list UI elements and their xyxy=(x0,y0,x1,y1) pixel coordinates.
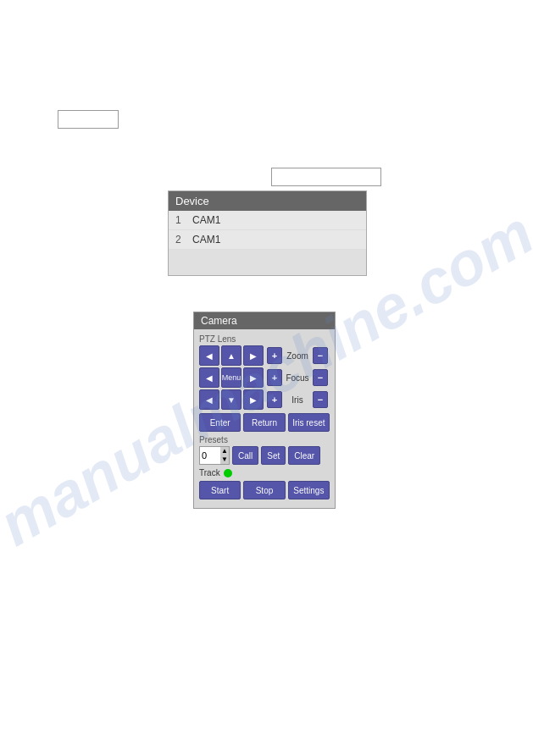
set-button[interactable]: Set xyxy=(261,446,286,465)
call-button[interactable]: Call xyxy=(232,446,258,465)
row-device-name: CAM1 xyxy=(192,214,220,226)
spinner-up-btn[interactable]: ▲ xyxy=(220,447,229,455)
return-button[interactable]: Return xyxy=(243,413,285,432)
presets-section: Presets ▲ ▼ Call Set Clear xyxy=(199,435,330,465)
ptz-btn-downright[interactable]: ▶ xyxy=(243,389,264,410)
ptz-btn-upleft[interactable]: ◀ xyxy=(199,345,219,366)
presets-row: ▲ ▼ Call Set Clear xyxy=(199,446,330,465)
zoom-row: + Zoom − xyxy=(267,345,328,366)
device-table-header: Device xyxy=(169,191,366,211)
ptz-btn-up[interactable]: ▲ xyxy=(221,345,242,366)
ptz-lens-label: PTZ Lens xyxy=(199,334,330,344)
enter-button[interactable]: Enter xyxy=(199,413,241,432)
iris-reset-button[interactable]: Iris reset xyxy=(288,413,330,432)
table-row[interactable]: 2 CAM1 xyxy=(169,230,366,250)
device-table-footer xyxy=(169,250,366,275)
iris-plus-btn[interactable]: + xyxy=(267,391,282,408)
ptz-section: ◀ ▲ ▶ ◀ Menu ▶ ◀ ▼ ▶ + Zoom − xyxy=(199,345,330,410)
zoom-focus-iris-controls: + Zoom − + Focus − + Iris − xyxy=(267,345,328,410)
zoom-minus-btn[interactable]: − xyxy=(313,347,328,364)
device-table: Device 1 CAM1 2 CAM1 xyxy=(168,190,367,276)
presets-label: Presets xyxy=(199,435,330,444)
preset-spinner: ▲ ▼ xyxy=(220,447,229,464)
search-input[interactable] xyxy=(271,168,381,186)
bottom-row: Start Stop Settings xyxy=(199,481,330,499)
settings-button[interactable]: Settings xyxy=(288,481,330,499)
action-row: Enter Return Iris reset xyxy=(199,413,330,432)
zoom-plus-btn[interactable]: + xyxy=(267,347,282,364)
top-left-input[interactable] xyxy=(58,110,119,129)
zoom-label: Zoom xyxy=(284,351,311,361)
row-number: 2 xyxy=(175,234,186,246)
focus-minus-btn[interactable]: − xyxy=(313,369,328,386)
ptz-grid: ◀ ▲ ▶ ◀ Menu ▶ ◀ ▼ ▶ xyxy=(199,345,264,410)
spinner-down-btn[interactable]: ▼ xyxy=(220,455,229,464)
preset-input-wrap: ▲ ▼ xyxy=(199,446,230,465)
clear-button[interactable]: Clear xyxy=(288,446,320,465)
ptz-menu-btn[interactable]: Menu xyxy=(221,367,242,388)
stop-button[interactable]: Stop xyxy=(243,481,285,499)
focus-plus-btn[interactable]: + xyxy=(267,369,282,386)
focus-row: + Focus − xyxy=(267,367,328,388)
iris-label: Iris xyxy=(284,395,311,405)
focus-label: Focus xyxy=(284,373,311,383)
ptz-btn-downleft[interactable]: ◀ xyxy=(199,389,219,410)
ptz-btn-upright[interactable]: ▶ xyxy=(243,345,264,366)
ptz-btn-down[interactable]: ▼ xyxy=(221,389,242,410)
camera-panel-header: Camera xyxy=(194,312,335,329)
preset-value-input[interactable] xyxy=(200,450,220,461)
row-device-name: CAM1 xyxy=(192,234,220,246)
track-status-indicator xyxy=(224,469,232,477)
camera-panel: Camera PTZ Lens ◀ ▲ ▶ ◀ Menu ▶ ◀ ▼ ▶ xyxy=(193,312,336,509)
table-row[interactable]: 1 CAM1 xyxy=(169,211,366,230)
track-section: Track xyxy=(199,468,330,477)
ptz-btn-right[interactable]: ▶ xyxy=(243,367,264,388)
ptz-btn-left[interactable]: ◀ xyxy=(199,367,219,388)
start-button[interactable]: Start xyxy=(199,481,241,499)
iris-minus-btn[interactable]: − xyxy=(313,391,328,408)
row-number: 1 xyxy=(175,214,186,226)
iris-row: + Iris − xyxy=(267,389,328,410)
track-label: Track xyxy=(199,468,220,477)
